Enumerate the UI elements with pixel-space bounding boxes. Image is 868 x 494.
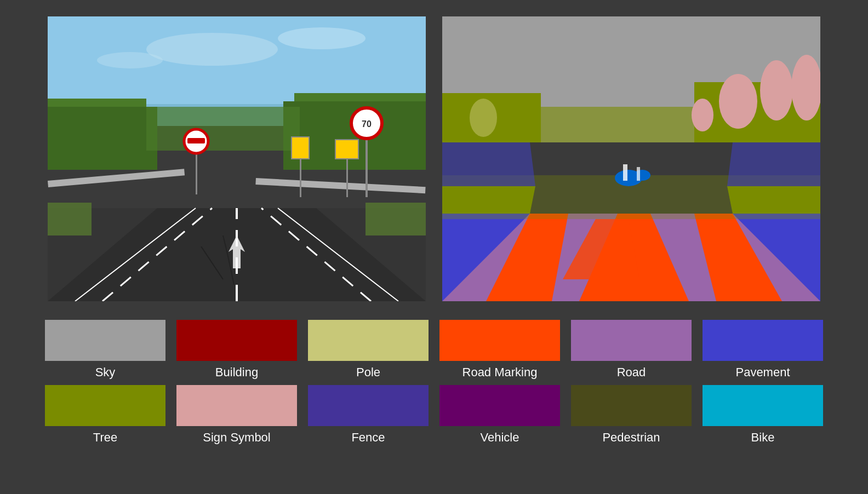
legend-swatch-tree (45, 385, 165, 426)
legend-swatch-pavement (703, 320, 823, 361)
legend-swatch-road-marking (439, 320, 560, 361)
svg-text:70: 70 (362, 119, 372, 129)
svg-point-4 (97, 52, 163, 68)
legend-label-sky: Sky (95, 365, 116, 380)
legend-row-1: SkyBuildingPoleRoad MarkingRoadPavement (22, 320, 846, 380)
svg-rect-12 (48, 169, 185, 187)
seg-scene-image (442, 16, 820, 301)
legend-item-road: Road (571, 320, 692, 380)
svg-rect-6 (48, 107, 157, 170)
images-row: 70 (0, 0, 868, 314)
legend-label-building: Building (215, 365, 258, 380)
legend-item-tree: Tree (45, 385, 165, 445)
legend-label-fence: Fence (351, 430, 385, 445)
svg-rect-31 (48, 203, 92, 235)
legend-item-sky: Sky (45, 320, 165, 380)
legend-swatch-bike (703, 385, 823, 426)
legend-label-pole: Pole (356, 365, 380, 380)
legend-swatch-pedestrian (571, 385, 692, 426)
svg-rect-55 (623, 164, 627, 181)
legend-label-bike: Bike (751, 430, 775, 445)
svg-point-38 (760, 60, 793, 120)
legend-label-sign-symbol: Sign Symbol (203, 430, 271, 445)
legend-swatch-sky (45, 320, 165, 361)
legend-item-fence: Fence (308, 385, 429, 445)
legend-label-road-marking: Road Marking (462, 365, 538, 380)
svg-marker-52 (727, 186, 820, 214)
legend-swatch-fence (308, 385, 429, 426)
legend-label-tree: Tree (93, 430, 117, 445)
legend-label-pavement: Pavement (735, 365, 790, 380)
legend-item-pavement: Pavement (703, 320, 823, 380)
svg-point-54 (634, 170, 650, 181)
svg-point-40 (692, 99, 713, 131)
svg-rect-56 (637, 167, 640, 181)
road-scene-image: 70 (48, 16, 426, 301)
legend-row-2: TreeSign SymbolFenceVehiclePedestrianBik… (22, 385, 846, 445)
svg-marker-36 (541, 107, 694, 142)
legend-item-bike: Bike (703, 385, 823, 445)
svg-rect-9 (146, 107, 300, 151)
svg-rect-32 (366, 203, 426, 235)
legend-item-vehicle: Vehicle (439, 385, 560, 445)
svg-rect-30 (292, 137, 309, 159)
legend-item-sign-symbol: Sign Symbol (176, 385, 297, 445)
legend-item-pedestrian: Pedestrian (571, 385, 692, 445)
legend-item-building: Building (176, 320, 297, 380)
legend-swatch-pole (308, 320, 429, 361)
svg-rect-25 (335, 140, 358, 159)
svg-marker-57 (442, 142, 535, 186)
svg-rect-28 (187, 138, 205, 143)
svg-point-2 (146, 33, 278, 66)
legend-label-pedestrian: Pedestrian (602, 430, 660, 445)
segmentation-image-container (442, 16, 820, 303)
legend-swatch-vehicle (439, 385, 560, 426)
svg-rect-13 (255, 178, 425, 193)
legend-area: SkyBuildingPoleRoad MarkingRoadPavement … (0, 314, 868, 456)
svg-point-37 (719, 74, 757, 129)
original-image-container: 70 (48, 16, 426, 303)
svg-point-41 (470, 99, 497, 137)
svg-marker-51 (442, 186, 535, 214)
legend-swatch-sign-symbol (176, 385, 297, 426)
legend-label-road: Road (617, 365, 646, 380)
legend-swatch-building (176, 320, 297, 361)
svg-marker-58 (727, 142, 820, 186)
legend-item-pole: Pole (308, 320, 429, 380)
legend-label-vehicle: Vehicle (481, 430, 519, 445)
legend-swatch-road (571, 320, 692, 361)
legend-item-road-marking: Road Marking (439, 320, 560, 380)
svg-point-3 (278, 27, 366, 49)
